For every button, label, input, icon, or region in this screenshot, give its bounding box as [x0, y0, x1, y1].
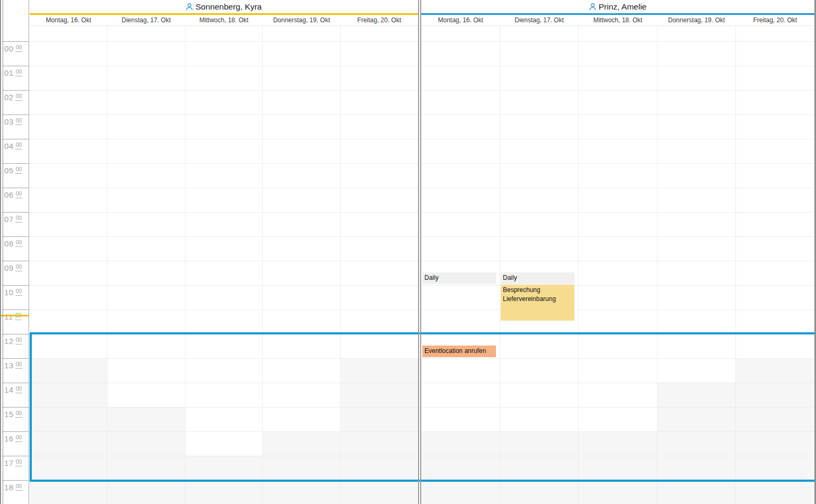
time-label-hour: 15	[4, 410, 14, 419]
calendar-owner-header[interactable]: Sonnenberg, Kyra	[30, 0, 418, 13]
day-header[interactable]: Montag, 16. Okt	[30, 15, 108, 25]
hour-grid-line	[30, 334, 418, 334]
day-column[interactable]	[341, 41, 418, 504]
day-header[interactable]: Freitag, 20. Okt	[340, 15, 418, 25]
gutter-hour-tick	[2, 480, 29, 481]
hour-grid-line	[30, 41, 418, 42]
time-label-hour: 02	[4, 93, 14, 102]
person-icon	[186, 3, 193, 11]
gutter-hour-tick	[2, 41, 29, 42]
day-header[interactable]: Dienstag, 17. Okt	[500, 15, 578, 25]
all-day-cell[interactable]	[657, 26, 736, 41]
day-column[interactable]	[658, 41, 737, 504]
time-label: 0800	[4, 239, 22, 249]
calendar-event[interactable]: Besprechung Liefervereinbarung	[501, 285, 574, 321]
calendar-divider-line	[418, 0, 419, 504]
calendar-owner-header[interactable]: Prinz, Amelie	[421, 0, 814, 13]
day-header[interactable]: Mittwoch, 18. Okt	[185, 15, 263, 25]
hour-grid-line	[30, 163, 418, 164]
time-label: 1100	[4, 312, 22, 322]
day-column[interactable]	[30, 41, 108, 504]
gutter-hour-tick	[2, 212, 29, 213]
all-day-cell[interactable]	[185, 26, 263, 41]
day-column[interactable]	[736, 41, 814, 504]
hour-grid-line	[421, 431, 814, 432]
window-left-edge	[0, 0, 1, 504]
calendar-event[interactable]: Daily	[422, 272, 496, 284]
hour-grid-line	[30, 212, 418, 213]
day-header-label: Dienstag, 17. Okt	[515, 16, 564, 24]
event-title: Besprechung Liefervereinbarung	[503, 286, 556, 303]
day-header[interactable]: Donnerstag, 19. Okt	[657, 15, 735, 25]
time-label-minutes: 00	[15, 410, 23, 418]
time-label-hour: 11	[4, 312, 13, 321]
time-label-minutes: 00	[15, 361, 23, 369]
day-header[interactable]: Montag, 16. Okt	[421, 15, 500, 25]
hour-grid-line	[30, 261, 418, 261]
time-label-hour: 09	[4, 263, 14, 272]
time-label: 0900	[4, 263, 22, 273]
hour-grid-line	[30, 90, 418, 91]
hour-grid-line	[30, 139, 418, 139]
day-header-row: Montag, 16. OktDienstag, 17. OktMittwoch…	[421, 15, 814, 25]
hour-grid-line	[30, 383, 418, 383]
calendar-event[interactable]: Eventlocation anrufen	[422, 346, 496, 357]
time-label-hour: 00	[4, 44, 14, 53]
time-label-minutes: 00	[15, 434, 23, 442]
time-label-minutes: 00	[15, 68, 23, 76]
time-label: 1800	[4, 483, 22, 492]
day-column[interactable]	[185, 41, 263, 504]
calendar-grid[interactable]	[30, 41, 418, 504]
hour-grid-line	[30, 431, 418, 432]
calendar-event[interactable]: Daily	[501, 272, 574, 284]
day-column[interactable]	[108, 41, 185, 504]
all-day-strip[interactable]	[30, 26, 418, 41]
calendar-divider-line	[420, 0, 421, 504]
day-column[interactable]	[263, 41, 341, 504]
time-label-hour: 12	[4, 337, 14, 346]
all-day-cell[interactable]	[340, 26, 418, 41]
time-label: 0500	[4, 166, 22, 175]
hour-grid-line	[421, 480, 814, 481]
all-day-cell[interactable]	[262, 26, 340, 41]
hour-grid-line	[30, 114, 418, 115]
time-label-hour: 01	[4, 68, 14, 77]
all-day-cell[interactable]	[107, 26, 185, 41]
day-header-label: Freitag, 20. Okt	[357, 16, 401, 24]
all-day-cell[interactable]	[421, 26, 500, 41]
day-column[interactable]	[579, 41, 658, 504]
day-header[interactable]: Dienstag, 17. Okt	[108, 15, 185, 25]
calendar-prinz-amelie: Prinz, Amelie Montag, 16. OktDienstag, 1…	[421, 0, 814, 504]
all-day-cell[interactable]	[500, 26, 579, 41]
gutter-left-line	[3, 0, 4, 504]
gutter-hour-tick	[2, 334, 29, 334]
hour-grid-line	[421, 236, 814, 237]
calendar-grid[interactable]: DailyDailyBesprechung Liefervereinbarung…	[421, 41, 814, 504]
day-header-label: Donnerstag, 19. Okt	[273, 16, 330, 24]
time-label-minutes: 00	[15, 288, 23, 296]
gutter-hour-tick	[2, 456, 29, 456]
gutter-hour-tick	[2, 383, 29, 383]
gutter-hour-tick	[2, 90, 29, 91]
current-time-marker	[0, 315, 29, 316]
time-label-hour: 03	[4, 117, 14, 126]
gutter-separator	[29, 0, 29, 504]
time-label: 0300	[4, 117, 22, 127]
all-day-cell[interactable]	[30, 26, 107, 41]
hour-grid-line	[421, 383, 814, 383]
all-day-strip[interactable]	[421, 26, 814, 41]
time-label: 0100	[4, 68, 22, 78]
day-header[interactable]: Mittwoch, 18. Okt	[579, 15, 657, 25]
day-header[interactable]: Freitag, 20. Okt	[736, 15, 814, 25]
day-header[interactable]: Donnerstag, 19. Okt	[263, 15, 341, 25]
event-title: Daily	[424, 274, 439, 281]
time-label: 0400	[4, 142, 22, 151]
all-day-cell[interactable]	[578, 26, 657, 41]
gutter-hour-tick	[2, 139, 29, 139]
day-header-label: Montag, 16. Okt	[46, 16, 91, 24]
time-gutter: 0000010002000300040005000600070008000900…	[0, 0, 29, 504]
all-day-cell[interactable]	[735, 26, 814, 41]
time-label-minutes: 00	[15, 239, 23, 247]
non-working-hours-shading	[263, 431, 340, 504]
day-header-row: Montag, 16. OktDienstag, 17. OktMittwoch…	[30, 15, 418, 25]
